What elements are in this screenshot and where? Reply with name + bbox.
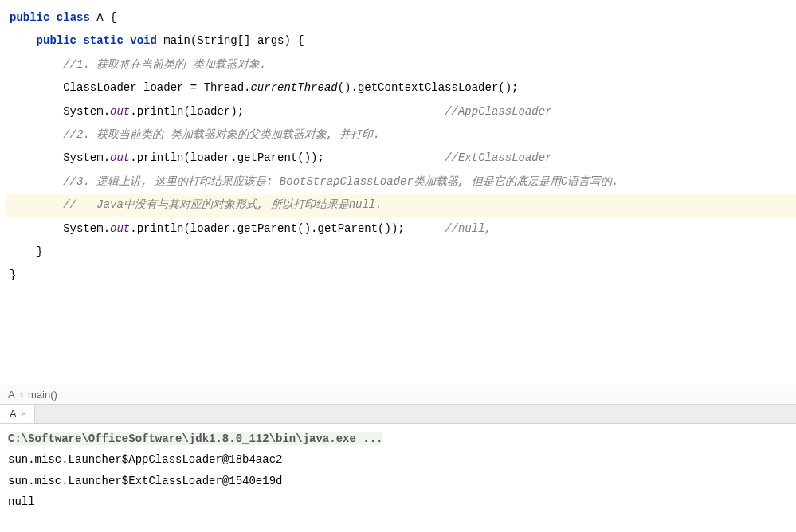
code-line: System.out.println(loader); //AppClassLo… <box>6 100 796 123</box>
console-line: null <box>8 491 788 513</box>
console-output[interactable]: C:\Software\OfficeSoftware\jdk1.8.0_112\… <box>0 424 796 518</box>
breadcrumb-item[interactable]: A <box>8 389 15 401</box>
code-line: //2. 获取当前类的 类加载器对象的父类加载器对象, 并打印. <box>6 123 796 147</box>
close-icon[interactable]: × <box>22 409 26 418</box>
breadcrumb-separator: › <box>20 389 23 401</box>
code-line: ClassLoader loader = Thread.currentThrea… <box>6 76 796 100</box>
console-line: sun.misc.Launcher$ExtClassLoader@1540e19… <box>8 471 788 492</box>
code-line: } <box>6 241 796 264</box>
code-editor[interactable]: public class A { public static void main… <box>0 0 796 294</box>
console-line: sun.misc.Launcher$AppClassLoader@18b4aac… <box>8 449 788 471</box>
code-line: System.out.println(loader.getParent()); … <box>6 147 796 170</box>
code-line: //1. 获取将在当前类的 类加载器对象. <box>6 53 796 76</box>
console-tabs: A × <box>0 405 796 424</box>
breadcrumb-item[interactable]: main() <box>28 389 57 401</box>
console-tab[interactable]: A × <box>0 405 35 423</box>
code-line: System.out.println(loader.getParent().ge… <box>6 217 796 241</box>
code-line-highlighted: // Java中没有与其对应的对象形式, 所以打印结果是null. <box>6 194 796 217</box>
code-line: public class A { <box>6 6 796 29</box>
console-command: C:\Software\OfficeSoftware\jdk1.8.0_112\… <box>8 428 788 450</box>
editor-spacer <box>0 294 796 385</box>
tab-label: A <box>10 408 17 420</box>
code-line: } <box>6 264 796 287</box>
breadcrumb[interactable]: A › main() <box>0 385 796 405</box>
code-line: public static void main(String[] args) { <box>6 29 796 53</box>
code-line: //3. 逻辑上讲, 这里的打印结果应该是: BootStrapClassLoa… <box>6 170 796 194</box>
